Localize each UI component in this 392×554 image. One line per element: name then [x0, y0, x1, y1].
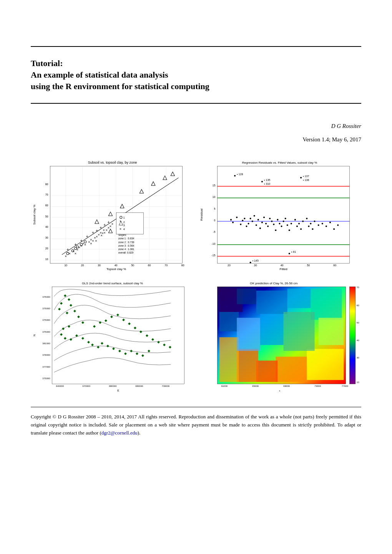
svg-text:◆: ◆ — [118, 349, 121, 353]
svg-rect-179 — [52, 287, 184, 384]
svg-text:GLS 2nd-order trend surface, s: GLS 2nd-order trend surface, subsoil cla… — [82, 282, 143, 285]
svg-point-156 — [308, 226, 309, 227]
svg-point-141 — [275, 229, 276, 231]
svg-text:◆: ◆ — [169, 345, 171, 349]
svg-text:×: × — [84, 243, 86, 247]
svg-text:30: 30 — [254, 264, 257, 267]
svg-text:73000: 73000 — [314, 385, 321, 387]
svg-text:◆: ◆ — [128, 322, 131, 325]
svg-text:70: 70 — [164, 264, 168, 267]
title-sub: using the R environment for statistical … — [31, 81, 361, 91]
svg-text:680000: 680000 — [135, 385, 143, 387]
svg-text:375000: 375000 — [42, 307, 50, 309]
svg-point-145 — [283, 221, 284, 222]
svg-text:0: 0 — [214, 219, 216, 222]
svg-point-146 — [285, 218, 286, 219]
svg-text:zone 4 : 1.081: zone 4 : 1.081 — [118, 248, 135, 250]
svg-text:x: x — [279, 390, 280, 392]
svg-text:◆: ◆ — [81, 336, 84, 340]
title-block: Tutorial: An example of statistical data… — [31, 58, 361, 91]
svg-text:60: 60 — [357, 304, 359, 306]
svg-point-174 — [289, 253, 290, 254]
svg-text:70: 70 — [45, 193, 48, 196]
title-tutorial: Tutorial: — [31, 58, 361, 68]
svg-text:4: 4 — [123, 228, 125, 231]
svg-text:+: + — [100, 226, 102, 230]
svg-text:◆: ◆ — [151, 337, 154, 341]
svg-text:◆: ◆ — [75, 333, 78, 337]
bottom-rule — [31, 103, 361, 104]
version: Version 1.4; May 6, 2017 — [31, 136, 361, 143]
svg-point-121 — [232, 222, 234, 223]
svg-text:375000: 375000 — [42, 377, 50, 380]
svg-point-144 — [281, 226, 282, 227]
svg-text:40: 40 — [281, 264, 284, 267]
svg-text:◆: ◆ — [124, 352, 127, 355]
svg-rect-245 — [319, 318, 344, 345]
svg-text:40: 40 — [45, 226, 48, 229]
svg-text:◆: ◆ — [58, 307, 61, 311]
svg-text:50: 50 — [357, 322, 359, 324]
svg-rect-240 — [219, 312, 239, 332]
svg-text:◆: ◆ — [81, 320, 84, 324]
svg-point-154 — [302, 221, 304, 222]
svg-rect-252 — [260, 314, 284, 345]
svg-text:61000: 61000 — [221, 385, 228, 387]
svg-point-158 — [312, 228, 313, 230]
svg-text:Subsoil vs. topsoil clay, by z: Subsoil vs. topsoil clay, by zone — [88, 161, 137, 164]
svg-text:• 136: • 136 — [303, 179, 309, 182]
svg-rect-246 — [307, 349, 344, 380]
svg-text:×: × — [65, 254, 66, 258]
svg-text:60: 60 — [148, 264, 151, 267]
svg-text:◆: ◆ — [105, 318, 107, 322]
svg-text:◆: ◆ — [116, 313, 119, 317]
svg-text:1: 1 — [123, 216, 125, 219]
scatter-svg: Subsoil vs. topsoil clay, by zone Subsoi… — [31, 158, 194, 275]
svg-text:• 128: • 128 — [237, 173, 243, 176]
svg-text:Subsoil clay %: Subsoil clay % — [33, 204, 36, 225]
svg-text:69000: 69000 — [283, 385, 290, 387]
svg-point-176 — [250, 262, 251, 263]
svg-text:◆: ◆ — [146, 333, 148, 337]
svg-text:◆: ◆ — [60, 301, 63, 305]
svg-text:30: 30 — [98, 264, 101, 267]
svg-text:2: 2 — [123, 221, 125, 224]
svg-text:80: 80 — [45, 183, 48, 186]
svg-text:◆: ◆ — [101, 341, 103, 345]
svg-point-152 — [298, 223, 300, 224]
svg-text:• 135: • 135 — [264, 179, 270, 182]
svg-text:Regression Residuals vs. Fitte: Regression Residuals vs. Fitted Values, … — [242, 161, 317, 164]
svg-point-133 — [259, 227, 261, 229]
svg-text:zone 2 : 0.739: zone 2 : 0.739 — [118, 241, 135, 244]
svg-point-148 — [289, 229, 290, 231]
residuals-svg: Regression Residuals vs. Fitted Values, … — [198, 158, 361, 275]
svg-point-160 — [318, 224, 319, 226]
svg-text:700000: 700000 — [162, 385, 170, 387]
svg-text:670000: 670000 — [83, 385, 91, 387]
svg-rect-250 — [219, 337, 239, 381]
svg-text:◆: ◆ — [64, 336, 66, 340]
svg-text:+: + — [107, 220, 110, 224]
svg-point-129 — [252, 221, 253, 222]
svg-rect-242 — [256, 290, 287, 314]
svg-text:◆: ◆ — [70, 303, 72, 307]
svg-text:5: 5 — [214, 207, 216, 211]
svg-text:375000: 375000 — [42, 295, 50, 298]
svg-text:◆: ◆ — [134, 325, 136, 329]
svg-point-159 — [314, 221, 316, 222]
svg-text:• 81: • 81 — [291, 250, 296, 254]
copyright-end: ). — [138, 430, 141, 436]
svg-text:◆: ◆ — [136, 352, 138, 355]
svg-text:◆: ◆ — [91, 343, 94, 347]
svg-text:◆: ◆ — [70, 337, 72, 341]
author: D G Rossiter — [31, 123, 361, 129]
svg-point-127 — [248, 223, 249, 224]
svg-point-137 — [267, 226, 269, 227]
svg-text:375000: 375000 — [42, 319, 50, 321]
svg-text:680000: 680000 — [109, 385, 117, 387]
copyright-email-link[interactable]: dgr2@cornell.edu — [101, 430, 138, 436]
svg-point-125 — [244, 218, 245, 219]
svg-rect-100 — [218, 166, 350, 263]
top-rule — [31, 46, 361, 47]
chart-heatmap: OK prediction of Clay %, 26-56 cm — [198, 279, 361, 396]
